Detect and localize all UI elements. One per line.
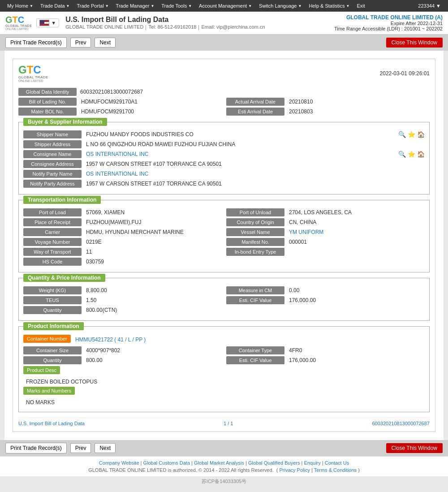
consignee-name-value: OS INTERNATIONAL INC [84, 150, 394, 158]
place-receipt-label: Place of Receipt [23, 218, 82, 226]
consignee-home-icon[interactable]: 🏠 [417, 151, 425, 158]
nav-my-home[interactable]: My Home ▼ [4, 3, 37, 9]
vessel-name-label: Vessel Name [226, 228, 284, 236]
main-content: GTC GLOBAL TRADE ONLINE LIMITED 2022-03-… [4, 51, 444, 440]
footer-global-buyers[interactable]: Global Qualified Buyers [248, 460, 300, 466]
esti-cif-label: Esti. CIF Value [226, 296, 284, 304]
consignee-search-icon[interactable]: 🔍 [398, 151, 406, 158]
page-footer: Company Website | Global Customs Data | … [0, 456, 448, 476]
bol-arrival-row: Bill of Lading No. HDMUFOCM929170A1 Actu… [18, 98, 430, 106]
next-button-top[interactable]: Next [95, 38, 116, 47]
quantity-row: Quantity 800.00(CTN) [23, 306, 425, 314]
quantity-label: Quantity [23, 306, 82, 314]
shipper-search-icon[interactable]: 🔍 [398, 131, 406, 138]
close-button-top[interactable]: Close This Window [386, 38, 443, 47]
voyage-number-value: 0219E [84, 238, 222, 246]
mater-bol-row: Mater BOL No. HDMUFOCM9291700 Esti Arriv… [18, 108, 430, 116]
container-number-row: Container Number HMMU5421722 ( 41 / L / … [23, 335, 425, 345]
bol-label: Bill of Lading No. [18, 98, 77, 106]
port-load-label: Port of Load [23, 208, 82, 216]
nav-trade-portal[interactable]: Trade Portal ▼ [73, 3, 112, 9]
notify-name-row: Notify Party Name OS INTERNATIONAL INC [23, 170, 425, 178]
mater-bol-label: Mater BOL No. [18, 108, 77, 116]
shipper-name-label: Shipper Name [23, 130, 82, 138]
manifest-no-value: 000001 [287, 238, 425, 246]
footer-copyright: GLOBAL TRADE ONLINE LIMITED is authorize… [5, 467, 443, 473]
nav-trade-tools[interactable]: Trade Tools ▼ [158, 3, 195, 9]
carrier-vessel-row: Carrier HDMU, HYUNDAI MERCHANT MARINE Ve… [23, 228, 425, 236]
header: GTC GLOBAL TRADE ONLINE LIMITED ▼ U.S. I… [0, 12, 448, 35]
company-name: GLOBAL TRADE ONLINE LIMITED (A) [334, 14, 443, 21]
product-title: Product Information [23, 322, 84, 330]
port-load-unload-row: Port of Load 57069, XIAMEN Port of Unloa… [23, 208, 425, 216]
prev-button-top[interactable]: Prev [70, 38, 91, 47]
header-subtitle: GLOBAL TRADE ONLINE LIMITED｜Tel: 86-512-… [65, 24, 265, 30]
quantity-price-body: Weight (KG) 8,800.00 Measure in CM 0.00 … [23, 283, 425, 314]
footer-global-customs[interactable]: Global Customs Data [143, 460, 190, 466]
nav-help-statistics[interactable]: Help & Statistics ▼ [305, 3, 353, 9]
product-desc-label: Product Desc [23, 366, 60, 374]
container-type-label: Container Type [226, 346, 284, 354]
card-footer-right: 600320210813000072687 [372, 421, 430, 426]
hs-code-row: HS Code 030759 [23, 258, 425, 266]
transportation-body: Port of Load 57069, XIAMEN Port of Unloa… [23, 205, 425, 266]
footer-enquiry[interactable]: Enquiry [304, 460, 320, 466]
nav-trade-manager[interactable]: Trade Manager ▼ [112, 3, 158, 9]
next-button-bottom[interactable]: Next [95, 443, 116, 453]
logo-sub: GLOBAL TRADE [5, 24, 32, 27]
product-qty-label: Quantity [23, 356, 82, 364]
consignee-name-row: Consignee Name OS INTERNATIONAL INC 🔍 ⭐ … [23, 150, 425, 158]
consignee-name-label: Consignee Name [23, 150, 82, 158]
toolbar-bottom: Print Trade Record(s) Prev Next Close Th… [0, 440, 448, 456]
footer-terms[interactable]: Terms & Conditions [314, 467, 357, 473]
bol-value: HDMUFOCM929170A1 [79, 98, 222, 106]
shipper-home-icon[interactable]: 🏠 [417, 131, 425, 138]
notify-address-row: Notify Party Address 1957 W CARSON STREE… [23, 180, 425, 188]
buyer-supplier-title: Buyer & Supplier Information [23, 118, 107, 126]
card-footer: U.S. Import Bill of Lading Data 1 / 1 60… [18, 418, 430, 426]
actual-arrival-value: 20210810 [287, 98, 430, 106]
quantity-value: 800.00(CTN) [84, 306, 425, 314]
close-button-bottom[interactable]: Close This Window [386, 443, 443, 453]
shipper-star-icon[interactable]: ⭐ [408, 131, 415, 138]
buyer-supplier-body: Shipper Name FUZHOU MANDY FOODS INDUSTRI… [23, 127, 425, 188]
header-right: GLOBAL TRADE ONLINE LIMITED (A) Expire A… [334, 14, 443, 31]
esti-arrival-col: Esti Arrival Date 20210803 [226, 108, 430, 116]
global-identity-row: Global Data Identity 6003202108130000726… [18, 88, 430, 96]
nav-switch-language[interactable]: Switch Language ▼ [255, 3, 305, 9]
footer-global-market[interactable]: Global Market Analysis [194, 460, 244, 466]
shipper-address-label: Shipper Address [23, 140, 82, 148]
logo-tagline: ONLINE LIMITED [5, 27, 29, 30]
teus-cif-row: TEUS 1.50 Esti. CIF Value 176,000.00 [23, 296, 425, 304]
notify-address-label: Notify Party Address [23, 180, 82, 188]
flag-icon [39, 20, 49, 26]
buyer-supplier-section: Buyer & Supplier Information Shipper Nam… [18, 122, 430, 194]
footer-privacy[interactable]: Privacy Policy [279, 467, 310, 473]
card-logo-sub: GLOBAL TRADE [18, 75, 48, 79]
prev-button-bottom[interactable]: Prev [70, 443, 91, 453]
shipper-address-value: L NO 66 QINGZHOU ROAD MAWEI FUZHOU FUJIA… [84, 140, 425, 148]
footer-links: Company Website | Global Customs Data | … [5, 460, 443, 466]
consignee-address-label: Consignee Address [23, 160, 82, 168]
shipper-address-row: Shipper Address L NO 66 QINGZHOU ROAD MA… [23, 140, 425, 148]
nav-trade-data[interactable]: Trade Data ▼ [37, 3, 73, 9]
way-transport-label: Way of Transport [23, 248, 82, 256]
toolbar-top: Print Trade Record(s) Prev Next Close Th… [0, 35, 448, 51]
product-desc-row: Product Desc [23, 366, 425, 376]
footer-company-website[interactable]: Company Website [99, 460, 139, 466]
measure-cm-label: Measure in CM [226, 286, 284, 294]
hs-code-label: HS Code [23, 258, 82, 266]
language-flag[interactable]: ▼ [36, 18, 59, 27]
product-desc-value: FROZEN BOILED OCTOPUS [23, 378, 425, 387]
consignee-star-icon[interactable]: ⭐ [408, 151, 415, 158]
print-button-bottom[interactable]: Print Trade Record(s) [5, 443, 67, 453]
user-id: 223344 ▼ [414, 3, 444, 9]
nav-exit[interactable]: Exit [353, 3, 368, 9]
footer-contact-us[interactable]: Contact Us [325, 460, 349, 466]
print-button-top[interactable]: Print Trade Record(s) [5, 37, 67, 48]
transportation-section: Transportation Information Port of Load … [18, 200, 430, 272]
nav-account-management[interactable]: Account Management ▼ [195, 3, 255, 9]
bol-col: Bill of Lading No. HDMUFOCM929170A1 [18, 98, 222, 106]
global-identity-value: 600320210813000072687 [77, 88, 146, 96]
carrier-value: HDMU, HYUNDAI MERCHANT MARINE [84, 228, 222, 236]
